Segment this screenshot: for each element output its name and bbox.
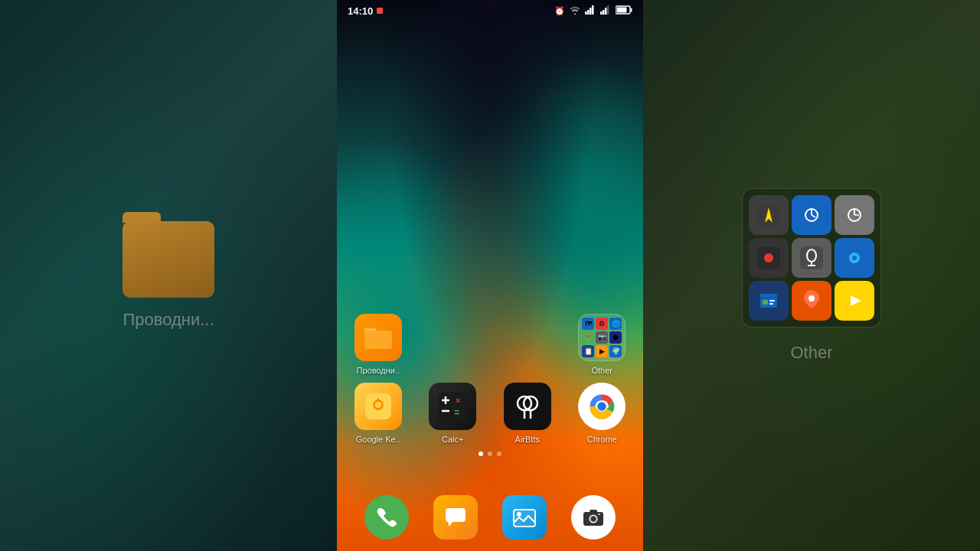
mini-icon-6: ⬢ [609, 331, 622, 344]
svg-point-37 [517, 512, 521, 517]
airbtts-label: AirBtts [515, 435, 540, 444]
dock-gallery[interactable] [502, 495, 547, 540]
right-mini-icon-9 [835, 281, 874, 321]
svg-marker-33 [448, 522, 452, 527]
right-panel: Other [643, 0, 980, 551]
airbtts-icon [504, 383, 551, 430]
dot-1 [479, 452, 483, 456]
right-mini-icon-3 [835, 195, 874, 235]
app-empty1 [420, 314, 487, 375]
svg-text:×: × [456, 396, 460, 405]
dock-camera[interactable] [571, 495, 616, 540]
svg-rect-4 [600, 11, 603, 15]
svg-rect-6 [605, 8, 607, 15]
right-folder[interactable] [742, 188, 881, 328]
signal2-icon [600, 5, 611, 16]
svg-rect-0 [585, 11, 587, 15]
left-folder-label: Проводни... [122, 310, 214, 330]
svg-point-71 [808, 295, 815, 302]
svg-rect-44 [598, 514, 600, 515]
desktop: Проводни.. 🗺 ⚙ 🌐 📍 📷 ⬢ 📋 ▶ [337, 31, 643, 482]
notification-badge [377, 8, 383, 14]
svg-point-42 [592, 517, 596, 521]
svg-text:=: = [454, 407, 459, 418]
dot-3 [497, 452, 501, 456]
svg-rect-2 [590, 8, 592, 15]
svg-rect-5 [603, 10, 605, 15]
svg-rect-32 [446, 508, 466, 522]
app-files[interactable]: Проводни.. [345, 314, 412, 375]
google-keep-label: Google Ke.. [356, 435, 400, 444]
svg-rect-67 [763, 300, 768, 305]
chrome-label: Chrome [587, 435, 617, 444]
mini-icon-3: 🌐 [609, 318, 622, 330]
mini-icon-2: ⚙ [596, 318, 608, 330]
app-empty2 [494, 314, 561, 375]
svg-rect-9 [631, 8, 632, 12]
battery-icon [616, 5, 632, 16]
mini-icon-7: 📋 [582, 345, 594, 357]
other-folder-icon: 🗺 ⚙ 🌐 📍 📷 ⬢ 📋 ▶ 🌍 [578, 314, 626, 361]
right-mini-icon-8 [792, 281, 831, 321]
right-folder-label: Other [790, 343, 832, 363]
app-grid-row2: Google Ke.. × = Calc+ [337, 383, 643, 444]
right-mini-icon-4 [749, 238, 789, 278]
other-label: Other [591, 366, 612, 375]
chrome-icon [578, 383, 626, 430]
app-google-keep[interactable]: Google Ke.. [345, 383, 412, 444]
mini-icon-8: ▶ [596, 345, 608, 357]
mini-icon-4: 📍 [582, 331, 594, 344]
right-mini-icon-5 [792, 238, 831, 278]
dock-phone[interactable] [364, 495, 409, 540]
svg-rect-69 [769, 303, 773, 305]
dock-messages[interactable] [433, 495, 478, 540]
svg-rect-35 [514, 510, 535, 527]
google-keep-icon [354, 383, 402, 430]
calc-icon: × = [429, 383, 476, 430]
files-icon [354, 314, 402, 361]
svg-rect-7 [607, 5, 609, 15]
left-folder-icon [122, 221, 214, 298]
svg-point-17 [375, 402, 381, 408]
status-bar: 14:10 ⏰ [337, 0, 643, 21]
svg-rect-14 [364, 331, 392, 349]
calc-label: Calc+ [442, 435, 463, 444]
right-mini-icon-2 [792, 195, 831, 235]
app-calc[interactable]: × = Calc+ [420, 383, 487, 444]
svg-rect-18 [377, 398, 379, 401]
svg-rect-19 [439, 393, 466, 420]
svg-point-31 [597, 402, 606, 411]
alarm-icon: ⏰ [554, 6, 565, 16]
svg-point-56 [764, 253, 773, 262]
right-mini-icon-7 [749, 281, 789, 321]
svg-rect-68 [769, 300, 775, 302]
folder-mini-grid: 🗺 ⚙ 🌐 📍 📷 ⬢ 📋 ▶ 🌍 [577, 313, 626, 362]
mini-icon-5: 📷 [596, 331, 608, 344]
app-chrome[interactable]: Chrome [569, 383, 636, 444]
page-dots [337, 452, 643, 456]
svg-rect-43 [590, 510, 597, 513]
mini-icon-1: 🗺 [582, 318, 594, 330]
svg-point-63 [852, 256, 857, 260]
status-time: 14:10 [348, 5, 373, 17]
svg-rect-1 [587, 10, 590, 15]
signal1-icon [585, 5, 596, 16]
mini-icon-9: 🌍 [609, 345, 622, 357]
app-grid-row1: Проводни.. 🗺 ⚙ 🌐 📍 📷 ⬢ 📋 ▶ [337, 314, 643, 375]
files-label: Проводни.. [357, 366, 400, 375]
status-icons: ⏰ [554, 5, 632, 16]
dot-2 [488, 452, 492, 456]
app-airbtts[interactable]: AirBtts [494, 383, 561, 444]
wifi-icon [570, 5, 580, 16]
left-folder[interactable]: Проводни... [122, 221, 214, 330]
phone-screen: 14:10 ⏰ [337, 0, 643, 551]
right-mini-icon-6 [835, 238, 874, 278]
left-panel: Проводни... [0, 0, 337, 551]
svg-rect-3 [592, 5, 594, 15]
app-other[interactable]: 🗺 ⚙ 🌐 📍 📷 ⬢ 📋 ▶ 🌍 Other [569, 314, 636, 375]
right-mini-icon-1 [749, 195, 789, 235]
svg-rect-10 [617, 8, 627, 13]
dock [337, 484, 643, 551]
